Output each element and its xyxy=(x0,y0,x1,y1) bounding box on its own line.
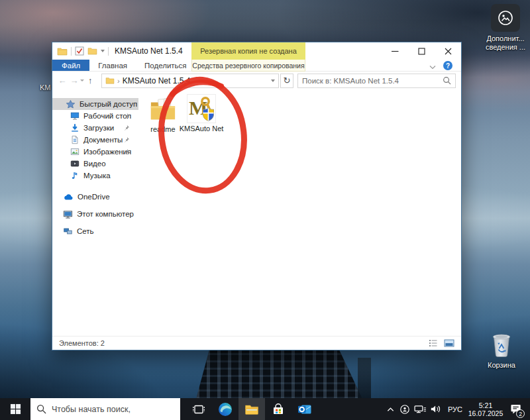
sidebar-label: Быстрый доступ xyxy=(80,100,137,108)
pictures-icon xyxy=(70,147,80,156)
notification-badge: 2 xyxy=(516,409,525,418)
back-button[interactable]: ← xyxy=(56,74,68,87)
pin-icon xyxy=(123,148,130,156)
tab-backup-tools[interactable]: Средства резервного копирования xyxy=(191,60,305,72)
qat-customize-chevron-icon[interactable] xyxy=(101,50,105,52)
task-view-button[interactable] xyxy=(186,398,212,420)
thumbnail-view-icon[interactable] xyxy=(444,339,454,347)
sidebar-item-onedrive[interactable]: OneDrive xyxy=(52,191,138,203)
sidebar-label: Сеть xyxy=(77,227,94,235)
task-view-icon xyxy=(192,403,205,415)
folder-icon xyxy=(105,77,115,84)
recycle-bin[interactable]: Корзина xyxy=(480,332,523,370)
clock[interactable]: 5:21 16.07.2025 xyxy=(466,401,505,417)
broken-image-icon xyxy=(491,4,520,32)
breadcrumb-folder[interactable]: KMSAuto Net 1.5.4 xyxy=(123,76,268,85)
file-explorer-button[interactable] xyxy=(238,398,265,420)
taskbar-search-input[interactable] xyxy=(52,405,174,414)
pin-icon xyxy=(123,125,130,132)
sidebar-item-desktop[interactable]: Рабочий стол xyxy=(52,110,138,122)
up-button[interactable]: ↑ xyxy=(84,74,96,87)
sidebar-item-documents[interactable]: Документы xyxy=(52,134,138,146)
file-kmsauto-net[interactable]: M xyxy=(178,94,225,133)
volume-icon[interactable] xyxy=(428,398,444,420)
recycle-bin-icon xyxy=(490,332,513,358)
refresh-button[interactable]: ↻ xyxy=(280,74,293,88)
tab-file[interactable]: Файл xyxy=(52,60,89,71)
pin-icon xyxy=(123,136,130,144)
tab-share[interactable]: Поделиться xyxy=(136,60,195,71)
sidebar-label: Музыка xyxy=(83,172,111,180)
sidebar-label: Видео xyxy=(83,160,106,168)
separator xyxy=(108,47,109,56)
sidebar-item-network[interactable]: Сеть xyxy=(52,225,138,237)
desktop-screen: Дополнит... сведения ... KM Корзина xyxy=(0,0,530,420)
address-dropdown-chevron-icon[interactable] xyxy=(271,79,275,82)
explorer-search xyxy=(297,74,456,88)
tray-overflow-chevron-icon[interactable] xyxy=(383,398,398,420)
ribbon-expand-chevron-icon[interactable] xyxy=(429,62,436,72)
forward-button[interactable]: → xyxy=(68,74,80,87)
breadcrumb-separator: › xyxy=(117,77,120,85)
file-explorer-icon xyxy=(244,403,259,415)
window-controls xyxy=(382,42,461,60)
kmsauto-app-icon: M xyxy=(187,94,216,123)
items-count: Элементов: 2 xyxy=(59,339,105,347)
address-bar: ← → ↑ › KMSAuto Net 1.5.4 ↻ xyxy=(52,72,461,89)
taskbar-search xyxy=(30,398,180,420)
system-tray: РУС 5:21 16.07.2025 2 xyxy=(383,398,530,420)
edge-button[interactable] xyxy=(212,398,238,420)
search-icon[interactable] xyxy=(443,76,451,85)
recycle-bin-label: Корзина xyxy=(480,361,523,370)
details-view-icon[interactable] xyxy=(429,339,438,347)
separator xyxy=(71,47,72,56)
outlook-button[interactable] xyxy=(292,398,318,420)
explorer-main: Быстрый доступ Рабочий стол xyxy=(52,89,461,336)
taskbar: РУС 5:21 16.07.2025 2 xyxy=(0,398,530,420)
sidebar-item-music[interactable]: Музыка xyxy=(52,170,138,182)
ribbon-tabs: Файл Главная Поделиться Вид Средства рез… xyxy=(52,60,461,72)
desktop-shortcut-info[interactable]: Дополнит... сведения ... xyxy=(476,4,530,52)
video-icon xyxy=(70,159,80,168)
properties-checkbox-icon[interactable] xyxy=(75,46,84,56)
sidebar-item-this-pc[interactable]: Этот компьютер xyxy=(52,208,138,220)
sidebar-item-pictures[interactable]: Изображения xyxy=(52,146,138,158)
microsoft-store-button[interactable] xyxy=(265,398,292,420)
title-bar: KMSAuto Net 1.5.4 Резервная копия не соз… xyxy=(52,42,461,60)
computer-icon xyxy=(63,209,73,219)
sidebar-item-downloads[interactable]: Загрузки xyxy=(52,122,138,134)
close-button[interactable] xyxy=(435,42,461,60)
readme-folder-icon xyxy=(148,95,178,124)
minimize-button[interactable] xyxy=(382,42,408,60)
address-breadcrumb[interactable]: › KMSAuto Net 1.5.4 xyxy=(101,74,279,88)
explorer-search-input[interactable] xyxy=(302,77,440,85)
desktop-shortcut-label-partial: KM xyxy=(40,83,51,92)
sidebar-item-quick-access[interactable]: Быстрый доступ xyxy=(52,98,138,110)
maximize-button[interactable] xyxy=(408,42,435,60)
action-center-button[interactable]: 2 xyxy=(505,398,527,420)
network-icon xyxy=(63,227,73,236)
sidebar-label: Документы xyxy=(83,136,123,144)
pin-icon xyxy=(123,113,130,121)
desktop-shortcut-label-line1: Дополнит... xyxy=(476,34,530,43)
search-icon xyxy=(36,404,46,414)
edge-icon xyxy=(218,402,233,417)
desktop-shortcut-label-line2: сведения ... xyxy=(476,43,530,52)
view-toggles xyxy=(429,339,454,347)
downloads-icon xyxy=(70,123,80,132)
star-icon xyxy=(66,99,76,109)
music-icon xyxy=(70,171,80,180)
sidebar-label: Этот компьютер xyxy=(77,210,134,218)
clock-time: 5:21 xyxy=(466,401,505,409)
explorer-folder-icon xyxy=(57,47,68,56)
network-status-icon[interactable] xyxy=(412,398,428,420)
clock-date: 16.07.2025 xyxy=(466,409,505,417)
meet-now-icon[interactable] xyxy=(398,398,412,420)
language-indicator[interactable]: РУС xyxy=(444,405,466,413)
new-folder-icon[interactable] xyxy=(87,47,97,55)
tab-home[interactable]: Главная xyxy=(89,60,136,71)
start-button[interactable] xyxy=(0,398,30,420)
sidebar-label: Загрузки xyxy=(83,124,114,132)
sidebar-item-videos[interactable]: Видео xyxy=(52,158,138,170)
help-button[interactable]: ? xyxy=(443,61,452,70)
